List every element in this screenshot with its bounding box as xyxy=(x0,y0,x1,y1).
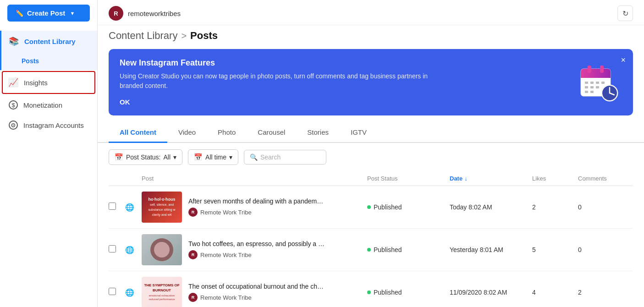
status-badge: Published xyxy=(367,246,450,253)
status-label: Published xyxy=(374,203,402,211)
tab-igtv[interactable]: IGTV xyxy=(340,123,378,143)
svg-rect-9 xyxy=(585,86,588,88)
main-content: R remoteworktribes ↻ Content Library > P… xyxy=(98,0,644,307)
col-comments-header: Comments xyxy=(578,175,633,182)
account-name: remoteworktribes xyxy=(128,10,181,17)
thumb-image-2 xyxy=(142,234,182,265)
tab-stories[interactable]: Stories xyxy=(296,123,340,143)
status-dot xyxy=(367,248,371,252)
banner-title: New Instagram Features xyxy=(120,58,576,68)
breadcrumb-current: Posts xyxy=(190,30,218,42)
post-title: The onset of occupational burnout and th… xyxy=(188,283,324,290)
svg-rect-5 xyxy=(585,82,588,84)
filters-bar: 📅 Post Status: All ▾ 📅 All time ▾ 🔍 Sear… xyxy=(98,143,644,171)
row-checkbox[interactable] xyxy=(109,245,116,252)
tab-carousel[interactable]: Carousel xyxy=(247,123,296,143)
post-info: Two hot coffees, an espresso, and possib… xyxy=(182,240,325,259)
row-post-cell: THE SYMPTOMS OF BURNOUT emotional exhaus… xyxy=(142,277,367,307)
sidebar-item-label: Instagram Accounts xyxy=(23,121,84,129)
row-checkbox-cell xyxy=(109,288,125,297)
pencil-icon: ✏️ xyxy=(16,10,23,17)
tab-photo[interactable]: Photo xyxy=(207,123,247,143)
svg-rect-8 xyxy=(601,82,605,84)
tab-video[interactable]: Video xyxy=(167,123,207,143)
table-row: 🌐 Two hot coffees, an espresso, and poss… xyxy=(109,229,633,271)
post-status-value: All xyxy=(163,154,171,161)
chevron-down-icon: ▼ xyxy=(70,11,75,16)
sidebar-item-instagram-accounts[interactable]: ⚙ Instagram Accounts xyxy=(0,115,97,135)
calendar-icon xyxy=(578,62,620,103)
row-comments-cell: 0 xyxy=(578,203,633,211)
date-range-value: All time xyxy=(205,154,226,161)
banner-ok-button[interactable]: OK xyxy=(120,98,130,106)
post-account-name: Remote Work Tribe xyxy=(200,209,252,216)
row-status-cell: Published xyxy=(367,289,450,296)
row-date-cell: Yesterday 8:01 AM xyxy=(450,246,532,253)
svg-rect-10 xyxy=(590,86,594,88)
date-filter-icon: 📅 xyxy=(194,153,203,161)
thumb-image-3: THE SYMPTOMS OF BURNOUT emotional exhaus… xyxy=(142,277,182,307)
sidebar-item-monetization[interactable]: $ Monetization xyxy=(0,95,97,115)
search-placeholder: Search xyxy=(260,154,281,161)
sidebar-item-content-library[interactable]: 📚 Content Library xyxy=(0,31,97,52)
post-account: R Remote Work Tribe xyxy=(188,208,323,217)
create-post-button[interactable]: ✏️ Create Post ▼ xyxy=(7,5,90,22)
breadcrumb-parent[interactable]: Content Library xyxy=(109,30,177,42)
status-dot xyxy=(367,205,371,209)
col-visibility xyxy=(125,175,142,182)
library-icon: 📚 xyxy=(9,36,19,46)
row-date-cell: 11/09/2020 8:02 AM xyxy=(450,289,532,296)
status-badge: Published xyxy=(367,203,450,211)
row-status-cell: Published xyxy=(367,203,450,211)
row-checkbox[interactable] xyxy=(109,203,116,210)
refresh-button[interactable]: ↻ xyxy=(617,5,633,21)
post-account: R Remote Work Tribe xyxy=(188,293,324,302)
col-checkbox xyxy=(109,175,125,182)
svg-rect-2 xyxy=(581,75,611,78)
status-badge: Published xyxy=(367,289,450,296)
banner-close-button[interactable]: × xyxy=(621,55,626,65)
posts-table: Post Post Status Date ↓ Likes Comments 🌐… xyxy=(98,171,644,307)
row-status-cell: Published xyxy=(367,246,450,253)
row-comments-cell: 2 xyxy=(578,289,633,296)
globe-icon: 🌐 xyxy=(125,203,134,211)
svg-rect-6 xyxy=(590,82,594,84)
svg-rect-4 xyxy=(600,66,604,73)
tab-all-content[interactable]: All Content xyxy=(109,123,167,143)
announcement-banner: New Instagram Features Using Creator Stu… xyxy=(109,49,633,115)
sidebar-item-label: Insights xyxy=(24,79,48,87)
post-account-avatar: R xyxy=(188,293,198,302)
post-info: After seven months of dealing with a pan… xyxy=(182,197,323,217)
top-bar: R remoteworktribes ↻ xyxy=(98,0,644,25)
row-checkbox-cell xyxy=(109,203,125,212)
post-account-avatar: R xyxy=(188,250,198,259)
refresh-icon: ↻ xyxy=(622,9,628,18)
thumb-image-1: ho·hol·o·housself, silence, andsubstance… xyxy=(142,192,182,223)
chevron-down-icon: ▾ xyxy=(173,154,176,161)
col-post-header: Post xyxy=(142,175,367,182)
post-title: Two hot coffees, an espresso, and possib… xyxy=(188,240,325,247)
banner-description: Using Creator Studio you can now tag peo… xyxy=(120,71,440,91)
status-label: Published xyxy=(374,246,402,253)
sidebar: ✏️ Create Post ▼ 📚 Content Library Posts… xyxy=(0,0,98,307)
content-tabs: All Content Video Photo Carousel Stories… xyxy=(98,123,644,143)
date-range-filter[interactable]: 📅 All time ▾ xyxy=(188,149,238,165)
banner-text: New Instagram Features Using Creator Stu… xyxy=(120,58,576,106)
row-checkbox-cell xyxy=(109,245,125,254)
post-account-name: Remote Work Tribe xyxy=(200,294,252,301)
row-visibility-cell: 🌐 xyxy=(125,203,142,212)
col-date-header[interactable]: Date ↓ xyxy=(450,175,532,182)
post-status-label: Post Status: xyxy=(126,154,160,161)
table-row: 🌐 THE SYMPTOMS OF BURNOUT emotional exha… xyxy=(109,271,633,307)
sidebar-item-posts[interactable]: Posts xyxy=(0,52,97,70)
account-info: R remoteworktribes xyxy=(109,6,181,21)
post-thumbnail: THE SYMPTOMS OF BURNOUT emotional exhaus… xyxy=(142,277,182,307)
row-visibility-cell: 🌐 xyxy=(125,246,142,254)
row-checkbox[interactable] xyxy=(109,288,116,295)
search-box[interactable]: 🔍 Search xyxy=(244,150,326,164)
sidebar-item-label: Monetization xyxy=(23,101,62,109)
sidebar-item-insights[interactable]: 📈 Insights xyxy=(2,71,95,94)
svg-rect-13 xyxy=(590,91,594,93)
post-status-filter[interactable]: 📅 Post Status: All ▾ xyxy=(109,149,182,165)
row-likes-cell: 2 xyxy=(532,203,578,211)
